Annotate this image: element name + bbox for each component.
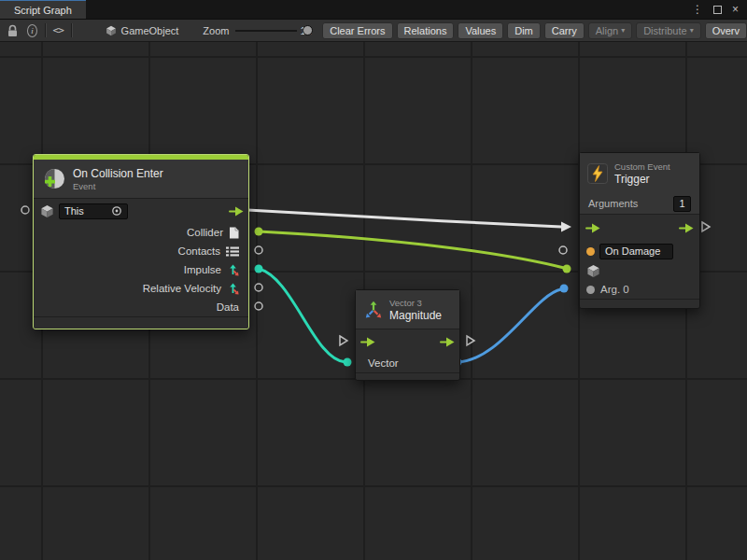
target-picker-icon[interactable] bbox=[111, 205, 122, 217]
arg0-label: Arg. 0 bbox=[600, 284, 629, 295]
node-header: Custom Event Trigger Arguments 1 bbox=[580, 153, 699, 215]
zoom-slider-track bbox=[235, 30, 296, 32]
clear-errors-button[interactable]: Clear Errors bbox=[322, 22, 392, 39]
arguments-row: Arguments 1 bbox=[580, 193, 699, 214]
script-graph-window: Script Graph ⋮ × i <> bbox=[0, 0, 747, 560]
control-output-arrow-icon[interactable] bbox=[440, 337, 455, 347]
toolbar-separator bbox=[45, 23, 46, 37]
toolbar-separator bbox=[71, 23, 72, 37]
tab-title: Script Graph bbox=[14, 5, 72, 16]
relations-button[interactable]: Relations bbox=[397, 22, 455, 39]
zoom-label: Zoom bbox=[203, 25, 229, 36]
target-row: This bbox=[34, 199, 248, 223]
control-output-arrow-icon[interactable] bbox=[229, 206, 244, 217]
distribute-label: Distribute bbox=[643, 25, 686, 36]
arguments-label: Arguments bbox=[588, 198, 638, 209]
node-subtitle: Event bbox=[73, 181, 163, 191]
arguments-value: 1 bbox=[679, 198, 684, 209]
gameobject-breadcrumb[interactable]: GameObject bbox=[106, 25, 179, 36]
overview-button[interactable]: Overv bbox=[705, 22, 747, 39]
vector3-arrows-icon bbox=[227, 264, 239, 276]
tab-script-graph[interactable]: Script Graph bbox=[0, 0, 86, 19]
info-icon-letter: i bbox=[31, 26, 34, 35]
target-field[interactable]: This bbox=[59, 203, 128, 219]
port-label: Data bbox=[217, 301, 239, 313]
node-vector3-magnitude[interactable]: Vector 3 Magnitude bbox=[355, 289, 460, 381]
node-trigger-custom-event[interactable]: Custom Event Trigger Arguments 1 bbox=[579, 152, 700, 309]
target-value: This bbox=[64, 205, 84, 217]
gameobject-cube-icon bbox=[40, 204, 54, 218]
lock-icon[interactable] bbox=[7, 24, 19, 37]
node-title: Trigger bbox=[614, 173, 670, 186]
close-icon[interactable]: × bbox=[732, 4, 739, 15]
lightning-icon bbox=[587, 163, 608, 184]
arg0-port[interactable] bbox=[586, 286, 595, 294]
align-button[interactable]: Align ▾ bbox=[588, 22, 632, 39]
chevron-down-icon: ▾ bbox=[690, 26, 694, 35]
dim-button[interactable]: Dim bbox=[507, 22, 541, 39]
node-header: On Collision Enter Event bbox=[34, 160, 248, 199]
node-type-label: Custom Event bbox=[614, 161, 670, 172]
carry-button[interactable]: Carry bbox=[544, 22, 585, 39]
node-type-label: Vector 3 bbox=[389, 298, 442, 308]
window-controls: ⋮ × bbox=[692, 0, 747, 19]
gameobject-cube-icon bbox=[586, 264, 600, 278]
node-title: On Collision Enter bbox=[73, 167, 163, 180]
align-label: Align bbox=[596, 25, 618, 36]
graph-toolbar: i <> GameObject Zoom 1x Clear Errors Rel… bbox=[0, 19, 747, 42]
control-input-arrow-icon[interactable] bbox=[360, 337, 375, 347]
document-icon bbox=[229, 227, 239, 239]
values-button[interactable]: Values bbox=[458, 22, 503, 39]
chevron-down-icon: ▾ bbox=[621, 26, 625, 35]
event-name-row: On Damage bbox=[580, 241, 699, 261]
control-row bbox=[356, 329, 459, 354]
node-footer bbox=[356, 372, 459, 380]
list-icon bbox=[226, 246, 239, 257]
event-name-field[interactable]: On Damage bbox=[599, 244, 673, 259]
control-row bbox=[580, 215, 699, 241]
gameobject-label: GameObject bbox=[121, 25, 179, 36]
vector-input-row[interactable]: Vector bbox=[356, 354, 459, 372]
maximize-icon[interactable] bbox=[713, 6, 722, 14]
distribute-button[interactable]: Distribute ▾ bbox=[636, 22, 700, 39]
menu-icon[interactable]: ⋮ bbox=[692, 4, 703, 15]
arg0-row: Arg. 0 bbox=[580, 280, 699, 299]
control-output-arrow-icon[interactable] bbox=[679, 223, 694, 233]
code-icon[interactable]: <> bbox=[53, 24, 63, 36]
vector3-icon bbox=[364, 301, 383, 319]
port-row-impulse[interactable]: Impulse bbox=[34, 260, 248, 279]
node-header: Vector 3 Magnitude bbox=[356, 290, 459, 329]
port-label: Impulse bbox=[184, 264, 221, 275]
vector3-arrows-icon bbox=[227, 283, 239, 295]
gameobject-cube-icon bbox=[106, 25, 117, 36]
control-input-arrow-icon[interactable] bbox=[585, 223, 600, 233]
port-label: Contacts bbox=[178, 245, 220, 257]
port-row-collider[interactable]: Collider bbox=[34, 223, 248, 242]
port-label: Relative Velocity bbox=[143, 283, 221, 294]
window-titlebar: Script Graph ⋮ × bbox=[0, 0, 747, 19]
event-name-port[interactable] bbox=[586, 247, 595, 256]
event-name-value: On Damage bbox=[605, 245, 660, 257]
node-title: Magnitude bbox=[389, 309, 442, 322]
collision-event-icon bbox=[42, 167, 66, 191]
zoom-slider[interactable] bbox=[235, 23, 296, 38]
node-footer bbox=[34, 316, 248, 329]
port-row-contacts[interactable]: Contacts bbox=[34, 242, 248, 260]
port-row-relative-velocity[interactable]: Relative Velocity bbox=[34, 279, 248, 298]
port-row-data[interactable]: Data bbox=[34, 298, 248, 316]
node-footer bbox=[580, 299, 699, 308]
info-icon[interactable]: i bbox=[27, 24, 37, 37]
event-target-row bbox=[580, 261, 699, 280]
port-label: Vector bbox=[368, 357, 399, 369]
port-label: Collider bbox=[187, 227, 223, 238]
node-on-collision-enter[interactable]: On Collision Enter Event This bbox=[33, 154, 249, 329]
zoom-slider-knob[interactable] bbox=[303, 25, 313, 35]
arguments-field[interactable]: 1 bbox=[673, 196, 691, 212]
